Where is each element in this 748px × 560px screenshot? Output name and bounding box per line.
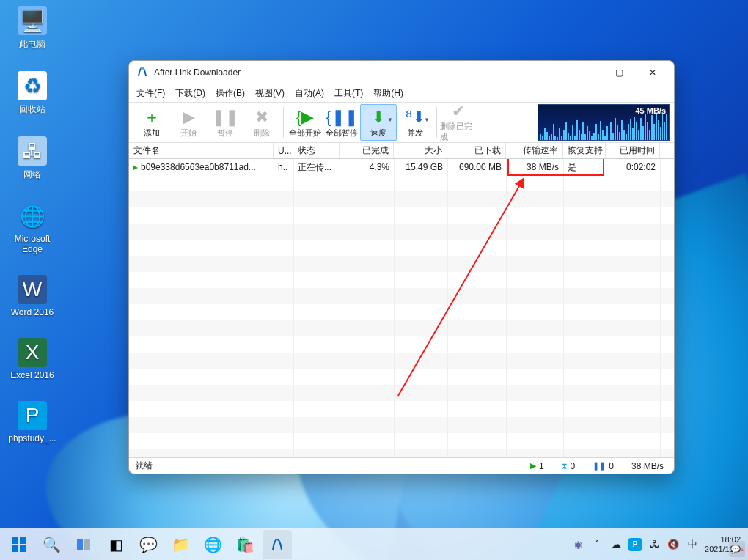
menu-item[interactable]: 下载(D) bbox=[175, 87, 205, 100]
col-header[interactable]: U... bbox=[274, 143, 293, 158]
status-waiting: ⧗0 bbox=[557, 461, 580, 471]
col-header[interactable]: 已用时间 bbox=[606, 143, 660, 158]
menubar: 文件(F)下载(D)操作(B)视图(V)自动(A)工具(T)帮助(H) bbox=[129, 84, 674, 102]
p-tray-icon[interactable]: P bbox=[628, 538, 642, 551]
download-list[interactable]: ▸b09e338d6563ea0b8711ad...h..正在传...4.3%1… bbox=[129, 159, 674, 457]
desktop-icon[interactable]: Pphpstudy_... bbox=[6, 401, 59, 443]
chat-icon[interactable]: 💬 bbox=[133, 530, 163, 559]
toolbar-left: ＋添加▶开始❚❚暂停✖删除{▶全部开始{❚❚全部暂停⬇速度▼⁸⬇并发▼✔删除已完… bbox=[133, 104, 477, 141]
rate-chart-bars bbox=[538, 111, 669, 140]
toolbar: ＋添加▶开始❚❚暂停✖删除{▶全部开始{❚❚全部暂停⬇速度▼⁸⬇并发▼✔删除已完… bbox=[129, 102, 674, 143]
i-word-icon: W bbox=[18, 275, 47, 304]
notification-icon[interactable]: 💬1 bbox=[729, 541, 745, 557]
col-header[interactable]: 文件名 bbox=[129, 143, 274, 158]
column-headers: 文件名U...状态已完成大小已下载传输速率恢复支持已用时间 bbox=[129, 143, 674, 159]
status-paused: ❚❚0 bbox=[588, 461, 618, 471]
status-speed: 38 MB/s bbox=[627, 461, 668, 471]
titlebar[interactable]: After Link Downloader ─ ▢ ✕ bbox=[129, 61, 674, 84]
toolbar-删除已完成: ✔删除已完成 bbox=[440, 104, 477, 141]
widgets-icon[interactable]: ◧ bbox=[101, 530, 131, 559]
minimize-button[interactable]: ─ bbox=[568, 62, 602, 84]
desktop-icon[interactable]: 🌐Microsoft Edge bbox=[6, 202, 59, 254]
status-text: 就绪 bbox=[135, 460, 153, 472]
col-header[interactable]: 恢复支持 bbox=[563, 143, 606, 158]
store-icon[interactable]: 🛍️ bbox=[230, 530, 260, 559]
col-header[interactable]: 已完成 bbox=[340, 143, 394, 158]
desktop-icon[interactable]: 🖧网络 bbox=[6, 136, 59, 181]
search-icon[interactable]: 🔍 bbox=[37, 530, 66, 559]
svg-rect-6 bbox=[84, 539, 90, 550]
col-header[interactable]: 传输速率 bbox=[506, 143, 563, 158]
i-pc-icon: 🖥️ bbox=[18, 6, 47, 35]
teams-tray-icon[interactable]: ◉ bbox=[571, 538, 584, 551]
menu-item[interactable]: 操作(B) bbox=[216, 87, 245, 100]
toolbar-全部暂停[interactable]: {❚❚全部暂停 bbox=[323, 104, 360, 141]
task-view-icon[interactable] bbox=[69, 530, 98, 559]
desktop: 🖥️此电脑♻回收站🖧网络🌐Microsoft EdgeWWord 2016XEx… bbox=[6, 6, 59, 443]
status-active: ▶1 bbox=[526, 461, 549, 471]
svg-rect-3 bbox=[12, 545, 18, 552]
toolbar-速度[interactable]: ⬇速度▼ bbox=[360, 104, 397, 141]
svg-rect-5 bbox=[77, 539, 83, 550]
svg-rect-2 bbox=[20, 537, 26, 544]
svg-point-0 bbox=[141, 67, 144, 70]
taskbar: 🔍 ◧ 💬 📁 🌐 🛍️ ◉ ˄ ☁ P 🖧 🔇 中 18:02 2021/11… bbox=[0, 528, 748, 560]
svg-rect-4 bbox=[20, 545, 26, 552]
i-net-icon: 🖧 bbox=[18, 136, 47, 166]
tray-chevron-icon[interactable]: ˄ bbox=[590, 538, 604, 551]
menu-item[interactable]: 视图(V) bbox=[255, 87, 285, 100]
edge-icon[interactable]: 🌐 bbox=[198, 530, 227, 559]
menu-item[interactable]: 自动(A) bbox=[295, 87, 324, 100]
toolbar-开始: ▶开始 bbox=[170, 104, 207, 141]
desktop-icon[interactable]: ♻回收站 bbox=[6, 71, 59, 116]
statusbar: 就绪 ▶1 ⧗0 ❚❚0 38 MB/s bbox=[129, 457, 674, 474]
svg-rect-1 bbox=[12, 537, 18, 544]
toolbar-并发[interactable]: ⁸⬇并发▼ bbox=[397, 104, 433, 141]
window-title: After Link Downloader bbox=[154, 67, 568, 78]
close-button[interactable]: ✕ bbox=[636, 62, 670, 84]
i-excel-icon: X bbox=[18, 338, 47, 367]
desktop-icon[interactable]: WWord 2016 bbox=[6, 275, 59, 317]
volume-icon[interactable]: 🔇 bbox=[667, 538, 680, 551]
menu-item[interactable]: 工具(T) bbox=[334, 87, 363, 100]
toolbar-全部开始[interactable]: {▶全部开始 bbox=[287, 104, 323, 141]
toolbar-删除: ✖删除 bbox=[243, 104, 280, 141]
rate-chart: 45 MB/s bbox=[538, 104, 670, 141]
desktop-icon[interactable]: XExcel 2016 bbox=[6, 338, 59, 380]
i-edge-icon: 🌐 bbox=[18, 202, 47, 231]
i-bin-icon: ♻ bbox=[18, 71, 47, 100]
ime-indicator[interactable]: 中 bbox=[686, 538, 699, 551]
system-tray[interactable]: ◉ ˄ ☁ P 🖧 🔇 中 bbox=[571, 538, 699, 551]
explorer-icon[interactable]: 📁 bbox=[166, 530, 195, 559]
i-phpstudy-icon: P bbox=[18, 401, 47, 430]
maximize-button[interactable]: ▢ bbox=[602, 62, 636, 84]
col-header[interactable]: 大小 bbox=[394, 143, 447, 158]
desktop-icon[interactable]: 🖥️此电脑 bbox=[6, 6, 59, 51]
afterlink-window: After Link Downloader ─ ▢ ✕ 文件(F)下载(D)操作… bbox=[128, 60, 675, 474]
start-button[interactable] bbox=[4, 530, 34, 559]
network-icon[interactable]: 🖧 bbox=[648, 538, 661, 551]
menu-item[interactable]: 文件(F) bbox=[136, 87, 165, 100]
col-header[interactable]: 状态 bbox=[293, 143, 340, 158]
download-row[interactable]: ▸b09e338d6563ea0b8711ad...h..正在传...4.3%1… bbox=[129, 159, 674, 175]
onedrive-icon[interactable]: ☁ bbox=[609, 538, 623, 551]
menu-item[interactable]: 帮助(H) bbox=[373, 87, 403, 100]
col-header[interactable]: 已下载 bbox=[447, 143, 506, 158]
toolbar-暂停: ❚❚暂停 bbox=[207, 104, 243, 141]
afterlink-taskbar-icon[interactable] bbox=[263, 530, 292, 559]
toolbar-添加[interactable]: ＋添加 bbox=[133, 104, 170, 141]
app-icon bbox=[136, 66, 148, 80]
